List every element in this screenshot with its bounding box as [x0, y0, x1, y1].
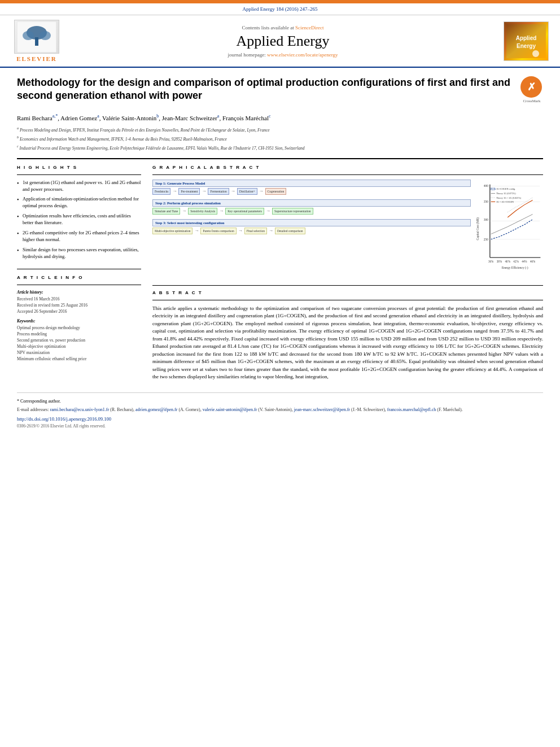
journal-logo-right: Applied Energy — [504, 21, 549, 61]
highlight-item: 2G ethanol competitive only for 2G ethan… — [17, 230, 141, 243]
footer: * Corresponding author. E-mail addresses… — [17, 392, 543, 429]
pf-step-2-boxes: Simulate and Tune → Sensitivity Analysis… — [152, 208, 471, 215]
sciencedirect-line: Contents lists available at ScienceDirec… — [73, 25, 492, 30]
svg-text:Energy Efficiency (-): Energy Efficiency (-) — [502, 266, 528, 270]
svg-point-4 — [40, 31, 51, 40]
email-5[interactable]: francois.marechal@epfl.ch — [387, 407, 436, 412]
ga-flow: Step 1: Generate Process Model Feedstock… — [152, 180, 471, 237]
journal-name: Applied Energy — [73, 33, 492, 50]
journal-header: ELSEVIER Contents lists available at Sci… — [0, 15, 560, 68]
elsevier-logo-img — [14, 20, 59, 54]
two-column-layout: H I G H L I G H T S 1st generation (1G) … — [17, 165, 543, 381]
citation-text: Applied Energy 184 (2016) 247–265 — [243, 6, 318, 12]
footer-emails: E-mail addresses: rami.bechara@ecu.univ-… — [17, 407, 543, 413]
svg-text:40%: 40% — [505, 260, 511, 263]
sciencedirect-link[interactable]: ScienceDirect — [295, 25, 323, 30]
svg-text:42%: 42% — [513, 260, 519, 263]
email-label: E-mail addresses: — [17, 407, 49, 412]
arrow: → — [259, 189, 264, 194]
footer-copyright: 0306-2619/© 2016 Elsevier Ltd. All right… — [17, 423, 543, 429]
pf-box: Key operational parameters — [225, 208, 264, 215]
ga-chart-area: 400 350 300 250 36% — [475, 180, 543, 277]
pf-step-3-title: Step 3: Select most interesting configur… — [152, 219, 471, 226]
journal-homepage: journal homepage: www.elsevier.com/locat… — [73, 52, 492, 58]
article-info-section: A R T I C L E I N F O Article history: R… — [17, 275, 141, 361]
arrow: → — [219, 208, 224, 213]
article-info-heading: A R T I C L E I N F O — [17, 275, 141, 280]
article-history-heading: Article history: — [17, 290, 141, 295]
abstract-divider — [152, 300, 543, 300]
affil-a: a Process Modeling and Design, IFPEN, In… — [17, 126, 543, 133]
author-5: François Maréchalc — [222, 115, 271, 121]
article-title-section: Methodology for the design and compariso… — [17, 76, 543, 108]
pf-box: Multi-objective optimization — [152, 228, 193, 234]
highlights-section: H I G H L I G H T S 1st generation (1G) … — [17, 165, 141, 260]
doi-link[interactable]: http://dx.doi.org/10.1016/j.apenergy.201… — [17, 416, 543, 422]
svg-rect-2 — [35, 37, 38, 46]
divider-article-info — [17, 269, 141, 269]
footer-star-note: * Corresponding author. — [17, 399, 543, 404]
pf-box: Final selection — [244, 228, 267, 234]
pf-box: Sensitivity Analysis — [188, 208, 217, 215]
pf-step-1: Step 1: Generate Process Model Feedstock… — [152, 180, 471, 195]
col-left: H I G H L I G H T S 1st generation (1G) … — [17, 165, 141, 381]
svg-text:250: 250 — [484, 237, 489, 241]
ga-divider — [152, 174, 543, 175]
elsevier-logo: ELSEVIER — [11, 20, 62, 62]
svg-text:44%: 44% — [522, 260, 527, 263]
svg-point-3 — [23, 31, 34, 40]
svg-text:Applied: Applied — [516, 35, 537, 41]
abstract-section: A B S T R A C T This article applies a s… — [152, 290, 543, 381]
crossmark-icon: ✗ — [520, 76, 542, 98]
svg-text:350: 350 — [484, 200, 489, 203]
article-title: Methodology for the design and compariso… — [17, 76, 512, 103]
history-received: Received 16 March 2016 — [17, 296, 141, 302]
email-3[interactable]: valerie.saint-antonin@ifpen.fr — [203, 407, 257, 412]
arrow: → — [182, 208, 186, 213]
arrow: → — [266, 208, 270, 213]
elsevier-text: ELSEVIER — [16, 55, 57, 62]
svg-text:Theory 1G (0.075%): Theory 1G (0.075%) — [496, 192, 516, 195]
svg-text:300: 300 — [484, 218, 489, 221]
arrow: → — [194, 228, 199, 233]
arrow: → — [269, 228, 273, 233]
pf-box: Fermentation — [208, 188, 229, 195]
svg-text:1G+COGEN config.: 1G+COGEN config. — [496, 187, 515, 190]
keyword-3: Second generation vs. power production — [17, 338, 141, 343]
svg-text:Theory 1G + 2G (0.025%): Theory 1G + 2G (0.025%) — [496, 196, 522, 199]
highlight-item: 1st generation (1G) ethanol and power vs… — [17, 180, 141, 193]
divider-abstract — [152, 285, 543, 286]
pf-box: Feedstocks — [152, 188, 170, 195]
highlight-item: Similar design for two processes saves e… — [17, 247, 141, 260]
author-1: Rami Becharaa,* — [17, 115, 58, 121]
email-4[interactable]: jean-marc.schweitzer@ifpen.fr — [294, 407, 350, 412]
journal-center: Contents lists available at ScienceDirec… — [62, 25, 504, 58]
svg-text:Capital Cost (M$): Capital Cost (M$) — [476, 217, 480, 240]
pf-box: Pre-treatment — [178, 188, 200, 195]
svg-text:Energy: Energy — [517, 43, 536, 49]
pf-step-1-title: Step 1: Generate Process Model — [152, 180, 471, 187]
main-content: Methodology for the design and compariso… — [0, 68, 560, 437]
svg-point-8 — [532, 50, 539, 57]
arrow: → — [172, 189, 177, 194]
history-accepted: Accepted 26 September 2016 — [17, 309, 141, 314]
email-2[interactable]: adrien.gomez@ifpen.fr — [135, 407, 177, 412]
history-label: Article history: — [17, 290, 43, 295]
keywords-section: Keywords: Optimal process design methodo… — [17, 318, 141, 361]
pf-box: Superstructure representation — [272, 208, 313, 215]
crossmark-label: CrossMark — [520, 99, 543, 103]
crossmark: ✗ CrossMark — [520, 76, 543, 103]
abstract-text: This article applies a systematic method… — [152, 305, 543, 381]
pf-step-1-boxes: Feedstocks → Pre-treatment → Fermentatio… — [152, 188, 471, 195]
email-1[interactable]: rami.bechara@ecu.univ-lyon1.fr — [50, 407, 109, 412]
history-revised: Received in revised form 25 August 2016 — [17, 303, 141, 308]
homepage-url: www.elsevier.com/locate/apenergy — [267, 52, 338, 58]
keyword-4: Multi-objective optimization — [17, 344, 141, 349]
pf-step-2-title: Step 2: Perform global process simulatio… — [152, 199, 471, 207]
keywords-heading: Keywords: — [17, 318, 141, 324]
pf-box: Pareto fronts comparison — [200, 228, 236, 234]
arrow: → — [202, 189, 206, 194]
graphical-abstract-section: G R A P H I C A L A B S T R A C T Step 1… — [152, 165, 543, 277]
pf-step-3-boxes: Multi-objective optimization → Pareto fr… — [152, 228, 471, 234]
pf-step-3: Step 3: Select most interesting configur… — [152, 219, 471, 234]
